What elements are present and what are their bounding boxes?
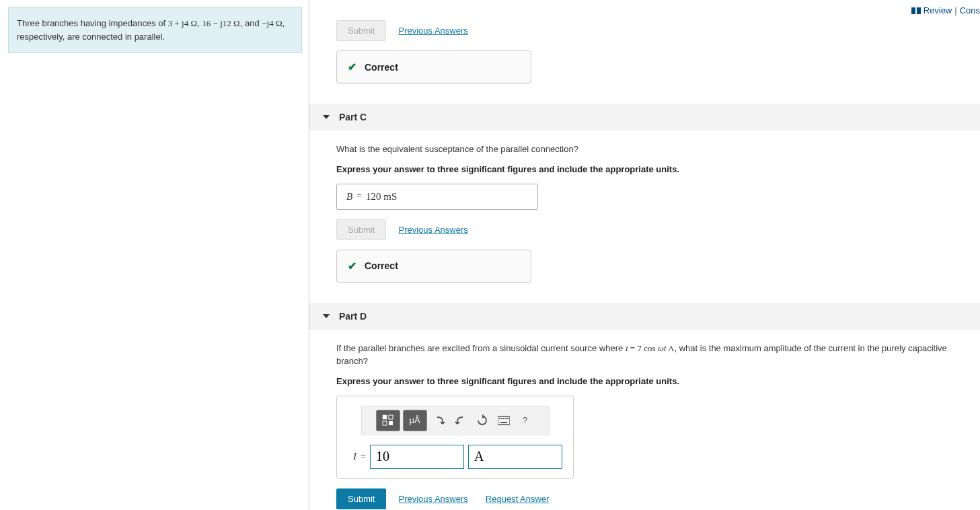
equals: = — [356, 191, 362, 202]
problem-statement: Three branches having impedances of 3 + … — [8, 7, 302, 53]
part-d-submit-row: Submit Previous Answers Request Answer — [336, 488, 980, 509]
part-d-input-panel: μÅ ? I = — [336, 396, 574, 479]
chevron-down-icon — [323, 115, 330, 119]
question-equation: i = 7 cos ωt A — [626, 343, 675, 353]
answer-variable: B — [346, 191, 352, 203]
part-c-answer: B = 120 mS — [336, 184, 538, 210]
svg-rect-6 — [498, 416, 510, 425]
part-b-feedback: ✔ Correct — [336, 50, 531, 83]
part-d-question: If the parallel branches are excited fro… — [336, 342, 980, 368]
equals: = — [361, 451, 366, 462]
submit-button: Submit — [336, 219, 386, 240]
units-button[interactable]: μÅ — [403, 410, 427, 431]
check-icon: ✔ — [348, 260, 356, 272]
svg-rect-8 — [501, 418, 502, 419]
problem-text: Three branches having impedances of — [17, 18, 168, 28]
unit-input[interactable] — [468, 445, 562, 469]
svg-rect-3 — [389, 415, 393, 419]
part-b-submit-row: Submit Previous Answers — [336, 20, 980, 41]
top-links: Review | Cons — [911, 5, 980, 15]
previous-answers-link[interactable]: Previous Answers — [398, 225, 467, 235]
help-button[interactable]: ? — [516, 410, 535, 431]
answer-panel: Review | Cons Submit Previous Answers ✔ … — [309, 0, 980, 510]
part-d-instruction: Express your answer to three significant… — [336, 376, 980, 386]
impedance-2: 16 − j12 Ω — [202, 18, 239, 28]
check-icon: ✔ — [348, 61, 356, 73]
submit-button: Submit — [336, 20, 386, 41]
keyboard-button[interactable] — [494, 410, 513, 431]
part-d-header[interactable]: Part D — [309, 303, 980, 330]
part-c-instruction: Express your answer to three significant… — [336, 164, 980, 174]
answer-value: 120 mS — [366, 191, 397, 203]
request-answer-link[interactable]: Request Answer — [486, 494, 550, 504]
feedback-text: Correct — [365, 62, 398, 73]
part-c-title: Part C — [339, 112, 367, 122]
undo-button[interactable] — [430, 410, 449, 431]
svg-rect-5 — [389, 421, 393, 425]
svg-rect-2 — [383, 415, 387, 419]
sep: , and — [240, 18, 262, 28]
svg-rect-12 — [500, 422, 507, 423]
review-link[interactable]: Review — [924, 5, 952, 15]
part-c-question: What is the equivalent susceptance of th… — [336, 143, 980, 156]
svg-rect-9 — [503, 418, 504, 419]
svg-rect-4 — [383, 421, 387, 425]
part-c-feedback: ✔ Correct — [336, 250, 531, 283]
part-d-title: Part D — [339, 311, 367, 322]
svg-rect-1 — [917, 7, 921, 14]
chevron-down-icon — [323, 314, 330, 318]
reset-button[interactable] — [473, 410, 492, 431]
problem-panel: Three branches having impedances of 3 + … — [0, 0, 309, 510]
separator: | — [954, 5, 956, 15]
input-row: I = — [353, 445, 564, 469]
svg-rect-10 — [505, 418, 506, 419]
svg-rect-0 — [911, 7, 915, 14]
impedance-3: −j4 Ω — [262, 18, 282, 28]
feedback-text: Correct — [365, 260, 398, 271]
template-button[interactable] — [376, 410, 400, 431]
input-variable: I — [353, 451, 356, 462]
submit-button[interactable]: Submit — [336, 488, 386, 509]
value-input[interactable] — [370, 445, 464, 469]
previous-answers-link[interactable]: Previous Answers — [398, 494, 467, 504]
part-c-header[interactable]: Part C — [309, 104, 980, 131]
constants-link[interactable]: Cons — [960, 5, 980, 15]
redo-button[interactable] — [451, 410, 470, 431]
book-icon — [911, 7, 921, 14]
question-pre: If the parallel branches are excited fro… — [336, 343, 626, 353]
impedance-1: 3 + j4 Ω — [168, 18, 197, 28]
part-c-submit-row: Submit Previous Answers — [336, 219, 980, 240]
previous-answers-link[interactable]: Previous Answers — [398, 26, 467, 36]
input-toolbar: μÅ ? — [361, 406, 550, 435]
svg-rect-7 — [499, 418, 500, 419]
svg-rect-11 — [507, 418, 508, 419]
